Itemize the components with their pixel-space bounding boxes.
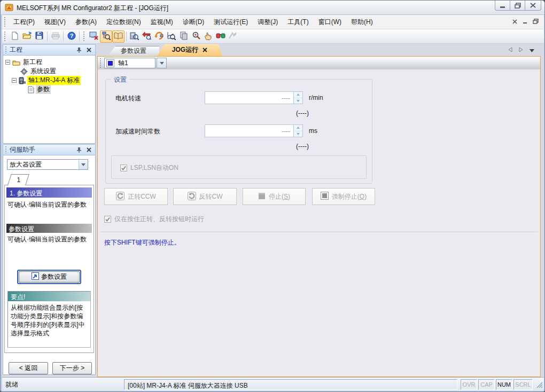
open-project-button[interactable]	[21, 30, 33, 43]
tree-item-system-settings[interactable]: 系统设置	[20, 67, 57, 76]
menu-item-window[interactable]: 窗口(W)	[314, 15, 346, 29]
machine-analyzer-button[interactable]	[214, 30, 227, 43]
project-tree-icon	[102, 32, 111, 42]
axis-select-dropdown[interactable]	[157, 58, 167, 68]
accel-time-input[interactable]: ----	[205, 124, 303, 137]
forward-ccw-label: 正转CCW	[128, 192, 156, 201]
save-project-button[interactable]	[33, 30, 45, 43]
motor-speed-input[interactable]: ----	[205, 91, 303, 104]
tab-jog-operation-label: JOG运行	[172, 45, 198, 54]
collapse-icon[interactable]	[12, 78, 17, 83]
section-description: 可确认·编辑当前设置的参数	[7, 235, 91, 244]
disabled-arrow-icon	[228, 32, 237, 41]
misc-disabled-button[interactable]	[227, 30, 239, 43]
motor-speed-label: 电机转速	[115, 94, 141, 103]
new-project-button[interactable]	[9, 30, 21, 43]
menu-item-tools[interactable]: 工具(T)	[283, 15, 313, 29]
reverse-cw-button[interactable]: 反转CW	[173, 188, 237, 205]
print-button[interactable]	[49, 30, 61, 43]
machine-simulation-button[interactable]	[202, 30, 214, 43]
axis-select-value: 轴1	[116, 59, 155, 68]
tip-title: 要点!	[8, 292, 90, 301]
toolbar-grip-2[interactable]	[83, 32, 85, 41]
collapse-icon[interactable]	[5, 60, 10, 65]
tab-close-icon[interactable]	[203, 46, 207, 54]
menu-item-monitor[interactable]: 监视(M)	[146, 15, 178, 29]
chevron-down-icon[interactable]	[79, 160, 88, 169]
menu-item-view[interactable]: 视图(V)	[40, 15, 71, 29]
tree-label-new-project[interactable]: 新工程	[22, 58, 43, 67]
one-touch-tuning-button[interactable]	[190, 30, 202, 43]
resize-grip[interactable]	[536, 381, 543, 390]
system-settings-button[interactable]	[88, 30, 100, 43]
forced-stop-label: 强制停止(O)	[332, 192, 367, 201]
stop-square-icon	[258, 192, 266, 201]
tab-scroll-right-icon[interactable]	[519, 46, 523, 54]
next-button[interactable]: 下一步 >	[52, 362, 92, 374]
lsp-auto-on-checkbox[interactable]	[120, 164, 127, 171]
settings-group-title: 设置	[111, 75, 129, 84]
tree-label-parameter[interactable]: 参数	[36, 85, 51, 94]
motor-speed-spinner[interactable]	[293, 92, 302, 104]
pin-icon[interactable]	[75, 46, 83, 54]
parameter-setting-action-button[interactable]: 参数设置	[19, 271, 80, 283]
status-indicator-num: NUM	[496, 379, 512, 390]
panel-close-icon[interactable]	[85, 146, 93, 154]
motor-speed-value: ----	[205, 92, 293, 104]
mdi-minimize-icon[interactable]	[523, 18, 527, 26]
help-button[interactable]: ?	[65, 30, 77, 43]
menu-item-diagnosis[interactable]: 诊断(D)	[178, 15, 209, 29]
tab-parameter-setting[interactable]: 参数设置	[108, 46, 159, 56]
panel-close-icon[interactable]	[85, 46, 93, 54]
tab-jog-operation[interactable]: JOG运行	[157, 44, 222, 56]
menu-item-parameter[interactable]: 参数(A)	[71, 15, 102, 29]
close-button[interactable]	[525, 1, 541, 11]
menu-item-help[interactable]: 帮助(H)	[346, 15, 378, 29]
docking-window-button[interactable]	[177, 30, 190, 43]
restore-button[interactable]	[510, 1, 525, 11]
tree-item-axis1[interactable]: 轴1:MR-J4-A 标准	[12, 76, 81, 85]
hold-to-run-checkbox[interactable]	[104, 216, 111, 223]
test-run-button[interactable]	[153, 30, 165, 43]
forced-stop-button[interactable]: 强制停止(O)	[312, 188, 375, 205]
assistant-panel-body: 放大器设置 1 1. 参数设置 可确认·编辑当前设置的参数 参数设置 可确认·编…	[3, 155, 96, 375]
tree-item-new-project[interactable]: 新工程	[5, 58, 43, 67]
menu-grip[interactable]	[4, 17, 6, 27]
parameter-setting-action-outer: 参数设置	[17, 270, 81, 284]
mdi-close-icon[interactable]	[512, 18, 517, 26]
tree-label-system-settings[interactable]: 系统设置	[29, 67, 57, 76]
assistant-mode-select[interactable]: 放大器设置	[7, 159, 88, 170]
assistant-step-tab[interactable]: 1	[7, 174, 29, 185]
mdi-restore-icon[interactable]	[533, 18, 539, 26]
axis-color-chip	[107, 60, 114, 67]
servo-assistant-toggle-button[interactable]	[112, 30, 124, 43]
forward-ccw-button[interactable]: 正转CCW	[104, 188, 168, 205]
toolbar-grip-1[interactable]	[4, 32, 6, 41]
stop-button[interactable]: 停止(S)	[243, 188, 306, 205]
document-area: 参数设置 JOG运行	[97, 44, 541, 377]
axis-toolbar-grip[interactable]	[99, 58, 102, 68]
project-tree-toggle-button[interactable]	[100, 30, 112, 43]
menu-item-adjustment[interactable]: 调整(J)	[253, 15, 283, 29]
status-indicator-scrl: SCRL	[513, 379, 533, 390]
menu-item-project[interactable]: 工程(P)	[9, 15, 40, 29]
tree-item-parameter[interactable]: 参数	[28, 85, 51, 94]
accel-time-spinner[interactable]	[293, 125, 302, 137]
back-button[interactable]: < 返回	[9, 362, 48, 374]
panel-drag-grip[interactable]	[5, 146, 7, 153]
app-window: MELSOFT系列 MR Configurator2 新工程 - [JOG运行]…	[0, 0, 545, 392]
read-write-transfer-button[interactable]	[141, 30, 153, 43]
pin-icon[interactable]	[75, 146, 83, 154]
open-folder-icon	[22, 32, 32, 41]
axis-select[interactable]: 轴1	[104, 58, 155, 68]
parameter-setting-button[interactable]	[128, 30, 141, 43]
tree-label-axis1[interactable]: 轴1:MR-J4-A 标准	[27, 76, 81, 85]
menu-item-positioning-data[interactable]: 定位数据(N)	[102, 15, 146, 29]
panel-drag-grip[interactable]	[5, 46, 7, 53]
tab-list-dropdown-icon[interactable]	[530, 46, 534, 54]
menu-item-test-run[interactable]: 测试运行(E)	[209, 15, 253, 29]
graph-button[interactable]	[165, 30, 177, 43]
minimize-button[interactable]	[495, 1, 510, 11]
parameter-setting-action-label: 参数设置	[41, 272, 67, 281]
tab-scroll-left-icon[interactable]	[508, 46, 512, 54]
